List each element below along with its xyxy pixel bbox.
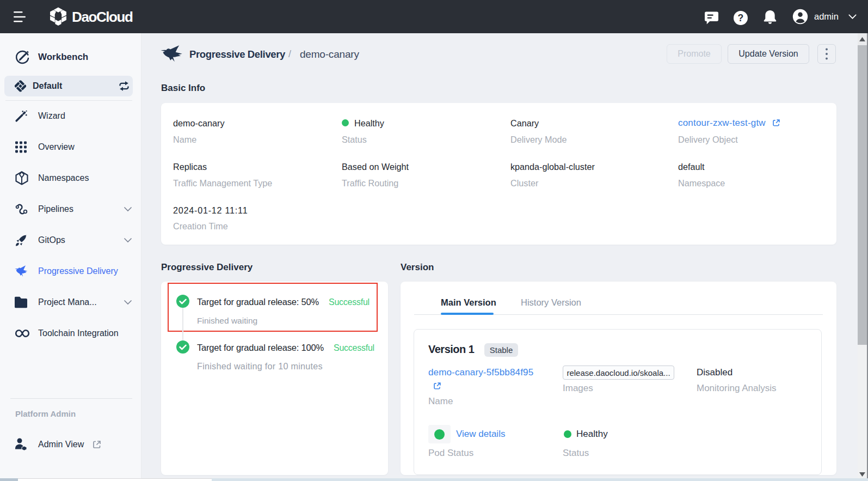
- svg-text:?: ?: [738, 13, 744, 23]
